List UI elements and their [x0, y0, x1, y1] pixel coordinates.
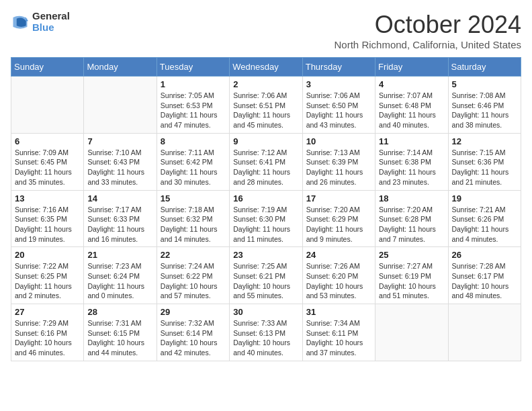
calendar-cell: 12Sunrise: 7:15 AM Sunset: 6:36 PM Dayli…: [448, 133, 521, 190]
weekday-header-saturday: Saturday: [448, 58, 521, 77]
day-info: Sunrise: 7:26 AM Sunset: 6:20 PM Dayligh…: [306, 261, 371, 301]
calendar-week-row: 1Sunrise: 7:05 AM Sunset: 6:53 PM Daylig…: [11, 77, 521, 134]
day-number: 19: [452, 193, 517, 203]
calendar-cell: 6Sunrise: 7:09 AM Sunset: 6:45 PM Daylig…: [11, 133, 84, 190]
calendar-cell: 13Sunrise: 7:16 AM Sunset: 6:35 PM Dayli…: [11, 190, 84, 247]
calendar-cell: 11Sunrise: 7:14 AM Sunset: 6:38 PM Dayli…: [375, 133, 448, 190]
calendar-cell: 16Sunrise: 7:19 AM Sunset: 6:30 PM Dayli…: [230, 190, 302, 247]
day-info: Sunrise: 7:34 AM Sunset: 6:11 PM Dayligh…: [306, 318, 371, 358]
calendar-cell: 15Sunrise: 7:18 AM Sunset: 6:32 PM Dayli…: [157, 190, 229, 247]
calendar-cell: [375, 304, 448, 361]
day-number: 17: [306, 193, 371, 203]
logo: General Blue: [11, 11, 70, 33]
day-number: 4: [379, 79, 444, 89]
day-number: 21: [87, 250, 152, 260]
calendar-cell: 2Sunrise: 7:06 AM Sunset: 6:51 PM Daylig…: [230, 77, 302, 134]
calendar-cell: 4Sunrise: 7:07 AM Sunset: 6:48 PM Daylig…: [375, 77, 448, 134]
page-header: General Blue October 2024 North Richmond…: [11, 11, 521, 50]
day-info: Sunrise: 7:17 AM Sunset: 6:33 PM Dayligh…: [87, 205, 152, 244]
day-number: 11: [379, 136, 444, 146]
weekday-header-tuesday: Tuesday: [157, 58, 229, 77]
calendar-cell: [448, 304, 521, 361]
calendar-cell: 31Sunrise: 7:34 AM Sunset: 6:11 PM Dayli…: [302, 304, 375, 361]
day-info: Sunrise: 7:05 AM Sunset: 6:53 PM Dayligh…: [161, 91, 226, 130]
calendar-cell: 20Sunrise: 7:22 AM Sunset: 6:25 PM Dayli…: [11, 247, 84, 304]
calendar-cell: 10Sunrise: 7:13 AM Sunset: 6:39 PM Dayli…: [302, 133, 375, 190]
calendar-week-row: 27Sunrise: 7:29 AM Sunset: 6:16 PM Dayli…: [11, 304, 521, 361]
day-number: 5: [452, 79, 517, 89]
calendar-cell: 30Sunrise: 7:33 AM Sunset: 6:13 PM Dayli…: [230, 304, 302, 361]
calendar-cell: 14Sunrise: 7:17 AM Sunset: 6:33 PM Dayli…: [84, 190, 157, 247]
day-number: 24: [306, 250, 371, 260]
calendar-cell: 29Sunrise: 7:32 AM Sunset: 6:14 PM Dayli…: [157, 304, 229, 361]
day-number: 28: [87, 307, 152, 317]
day-info: Sunrise: 7:28 AM Sunset: 6:17 PM Dayligh…: [452, 261, 517, 301]
title-block: October 2024 North Richmond, California,…: [335, 11, 521, 50]
weekday-header-thursday: Thursday: [302, 58, 375, 77]
day-number: 25: [379, 250, 444, 260]
day-info: Sunrise: 7:20 AM Sunset: 6:28 PM Dayligh…: [379, 205, 444, 244]
calendar-cell: 5Sunrise: 7:08 AM Sunset: 6:46 PM Daylig…: [448, 77, 521, 134]
calendar-cell: [11, 77, 84, 134]
day-info: Sunrise: 7:19 AM Sunset: 6:30 PM Dayligh…: [233, 205, 298, 244]
day-info: Sunrise: 7:29 AM Sunset: 6:16 PM Dayligh…: [15, 318, 80, 358]
day-info: Sunrise: 7:08 AM Sunset: 6:46 PM Dayligh…: [452, 91, 517, 130]
day-info: Sunrise: 7:22 AM Sunset: 6:25 PM Dayligh…: [15, 261, 80, 301]
calendar-week-row: 20Sunrise: 7:22 AM Sunset: 6:25 PM Dayli…: [11, 247, 521, 304]
calendar-cell: 23Sunrise: 7:25 AM Sunset: 6:21 PM Dayli…: [230, 247, 302, 304]
calendar-cell: 27Sunrise: 7:29 AM Sunset: 6:16 PM Dayli…: [11, 304, 84, 361]
calendar-week-row: 6Sunrise: 7:09 AM Sunset: 6:45 PM Daylig…: [11, 133, 521, 190]
day-number: 7: [87, 136, 152, 146]
day-info: Sunrise: 7:16 AM Sunset: 6:35 PM Dayligh…: [15, 205, 80, 244]
day-info: Sunrise: 7:14 AM Sunset: 6:38 PM Dayligh…: [379, 148, 444, 187]
calendar-cell: 22Sunrise: 7:24 AM Sunset: 6:22 PM Dayli…: [157, 247, 229, 304]
day-number: 29: [161, 307, 226, 317]
day-info: Sunrise: 7:12 AM Sunset: 6:41 PM Dayligh…: [233, 148, 298, 187]
calendar-cell: 18Sunrise: 7:20 AM Sunset: 6:28 PM Dayli…: [375, 190, 448, 247]
calendar-cell: 21Sunrise: 7:23 AM Sunset: 6:24 PM Dayli…: [84, 247, 157, 304]
day-number: 27: [15, 307, 80, 317]
calendar-table: SundayMondayTuesdayWednesdayThursdayFrid…: [11, 57, 521, 361]
day-number: 8: [161, 136, 226, 146]
day-number: 14: [87, 193, 152, 203]
day-number: 2: [233, 79, 298, 89]
calendar-cell: 9Sunrise: 7:12 AM Sunset: 6:41 PM Daylig…: [230, 133, 302, 190]
calendar-cell: 25Sunrise: 7:27 AM Sunset: 6:19 PM Dayli…: [375, 247, 448, 304]
day-info: Sunrise: 7:11 AM Sunset: 6:42 PM Dayligh…: [161, 148, 226, 187]
day-number: 26: [452, 250, 517, 260]
calendar-cell: 3Sunrise: 7:06 AM Sunset: 6:50 PM Daylig…: [302, 77, 375, 134]
day-number: 18: [379, 193, 444, 203]
location-label: North Richmond, California, United State…: [335, 39, 521, 50]
day-number: 1: [161, 79, 226, 89]
day-info: Sunrise: 7:33 AM Sunset: 6:13 PM Dayligh…: [233, 318, 298, 358]
day-info: Sunrise: 7:13 AM Sunset: 6:39 PM Dayligh…: [306, 148, 371, 187]
day-number: 30: [233, 307, 298, 317]
logo-text: General Blue: [32, 11, 70, 33]
day-number: 9: [233, 136, 298, 146]
calendar-week-row: 13Sunrise: 7:16 AM Sunset: 6:35 PM Dayli…: [11, 190, 521, 247]
day-info: Sunrise: 7:07 AM Sunset: 6:48 PM Dayligh…: [379, 91, 444, 130]
calendar-cell: 8Sunrise: 7:11 AM Sunset: 6:42 PM Daylig…: [157, 133, 229, 190]
calendar-cell: 7Sunrise: 7:10 AM Sunset: 6:43 PM Daylig…: [84, 133, 157, 190]
calendar-cell: [84, 77, 157, 134]
day-number: 31: [306, 307, 371, 317]
month-title: October 2024: [335, 11, 521, 39]
day-info: Sunrise: 7:27 AM Sunset: 6:19 PM Dayligh…: [379, 261, 444, 301]
day-number: 15: [161, 193, 226, 203]
day-info: Sunrise: 7:32 AM Sunset: 6:14 PM Dayligh…: [161, 318, 226, 358]
day-number: 12: [452, 136, 517, 146]
day-info: Sunrise: 7:06 AM Sunset: 6:50 PM Dayligh…: [306, 91, 371, 130]
day-info: Sunrise: 7:24 AM Sunset: 6:22 PM Dayligh…: [161, 261, 226, 301]
weekday-header-wednesday: Wednesday: [230, 58, 302, 77]
calendar-cell: 1Sunrise: 7:05 AM Sunset: 6:53 PM Daylig…: [157, 77, 229, 134]
day-info: Sunrise: 7:21 AM Sunset: 6:26 PM Dayligh…: [452, 205, 517, 244]
day-info: Sunrise: 7:06 AM Sunset: 6:51 PM Dayligh…: [233, 91, 298, 130]
day-info: Sunrise: 7:25 AM Sunset: 6:21 PM Dayligh…: [233, 261, 298, 301]
day-number: 20: [15, 250, 80, 260]
logo-blue-label: Blue: [32, 22, 70, 34]
day-info: Sunrise: 7:09 AM Sunset: 6:45 PM Dayligh…: [15, 148, 80, 187]
logo-icon: [11, 13, 30, 32]
day-number: 3: [306, 79, 371, 89]
day-info: Sunrise: 7:15 AM Sunset: 6:36 PM Dayligh…: [452, 148, 517, 187]
calendar-cell: 24Sunrise: 7:26 AM Sunset: 6:20 PM Dayli…: [302, 247, 375, 304]
